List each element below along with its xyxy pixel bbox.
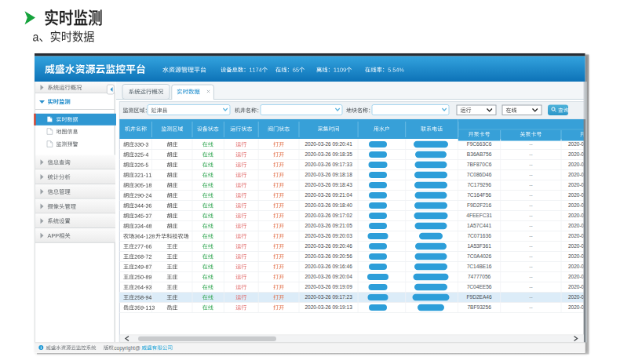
svg-text:--: -- xyxy=(529,284,532,289)
svg-text:--: -- xyxy=(529,172,532,177)
svg-text:F9D2F216: F9D2F216 xyxy=(467,202,491,208)
svg-text:--: -- xyxy=(529,162,532,167)
svg-text:--: -- xyxy=(529,264,532,269)
svg-text:--: -- xyxy=(529,213,532,218)
svg-text:2020-03-26 09:18:35: 2020-03-26 09:18:35 xyxy=(305,151,352,157)
svg-text:2020-03-26 09:20:03: 2020-03-26 09:20:03 xyxy=(305,233,352,238)
svg-text:2020-03-26 09:17:23: 2020-03-26 09:17:23 xyxy=(305,294,352,300)
svg-text:7C071636: 7C071636 xyxy=(467,233,491,238)
svg-text:--: -- xyxy=(529,233,532,238)
svg-text:2020-03-26 09:21:05: 2020-03-26 09:21:05 xyxy=(305,223,352,228)
svg-text:--: -- xyxy=(529,243,532,249)
svg-text:2020-03-26 09:17:33: 2020-03-26 09:17:33 xyxy=(305,162,352,167)
svg-text:--: -- xyxy=(529,182,532,187)
svg-text:7C164F56: 7C164F56 xyxy=(467,192,491,198)
svg-text:2020-03-26 09:20:46: 2020-03-26 09:20:46 xyxy=(305,243,352,249)
svg-text:2020-03-26 09:17:02: 2020-03-26 09:17:02 xyxy=(305,213,352,218)
svg-text:7C179296: 7C179296 xyxy=(467,182,491,187)
svg-text:2020-03-26 09:21:04: 2020-03-26 09:21:04 xyxy=(305,192,352,198)
svg-text:--: -- xyxy=(529,294,532,300)
svg-text:2020-03-26 09:16:46: 2020-03-26 09:16:46 xyxy=(305,264,352,269)
svg-text:7BF93256: 7BF93256 xyxy=(467,304,491,310)
svg-text:--: -- xyxy=(529,192,532,198)
svg-text:--: -- xyxy=(529,253,532,259)
svg-text:7C14BE16: 7C14BE16 xyxy=(467,264,492,269)
svg-text:B36AB756: B36AB756 xyxy=(467,151,492,157)
svg-text:2020-03-26 09:19:09: 2020-03-26 09:19:09 xyxy=(305,284,352,289)
svg-text:--: -- xyxy=(529,304,532,310)
svg-text:7C0A4026: 7C0A4026 xyxy=(467,253,491,259)
svg-text:2020-03-26 09:20:56: 2020-03-26 09:20:56 xyxy=(305,253,352,259)
svg-text:--: -- xyxy=(529,274,532,279)
svg-text:7C04EE56: 7C04EE56 xyxy=(467,284,492,289)
svg-text:2020-03-26 09:18:18: 2020-03-26 09:18:18 xyxy=(305,172,352,177)
svg-text:--: -- xyxy=(529,151,532,157)
svg-text:1A53F361: 1A53F361 xyxy=(467,243,491,249)
svg-text:F9D2EA46: F9D2EA46 xyxy=(466,294,492,300)
svg-text:F9C663C6: F9C663C6 xyxy=(467,141,492,147)
svg-text:74777056: 74777056 xyxy=(468,274,491,279)
svg-text:2020-03-26 09:19:13: 2020-03-26 09:19:13 xyxy=(305,304,352,310)
svg-text:2020-03-26 09:20:41: 2020-03-26 09:20:41 xyxy=(305,141,352,147)
svg-text:--: -- xyxy=(529,141,532,147)
svg-text:--: -- xyxy=(529,202,532,208)
svg-text:7BF870C6: 7BF870C6 xyxy=(467,162,492,167)
svg-text:7C086D46: 7C086D46 xyxy=(467,172,492,177)
svg-text:4FEEFC31: 4FEEFC31 xyxy=(466,213,492,218)
svg-text:--: -- xyxy=(529,223,532,228)
svg-text:2020-03-26 09:20:04: 2020-03-26 09:20:04 xyxy=(305,274,352,279)
svg-text:2020-03-26 09:18:40: 2020-03-26 09:18:40 xyxy=(305,202,352,208)
svg-text:1A57C441: 1A57C441 xyxy=(467,223,491,228)
svg-text:2020-03-26 09:18:43: 2020-03-26 09:18:43 xyxy=(305,182,352,187)
svg-text:copyright@: copyright@ xyxy=(114,345,140,351)
